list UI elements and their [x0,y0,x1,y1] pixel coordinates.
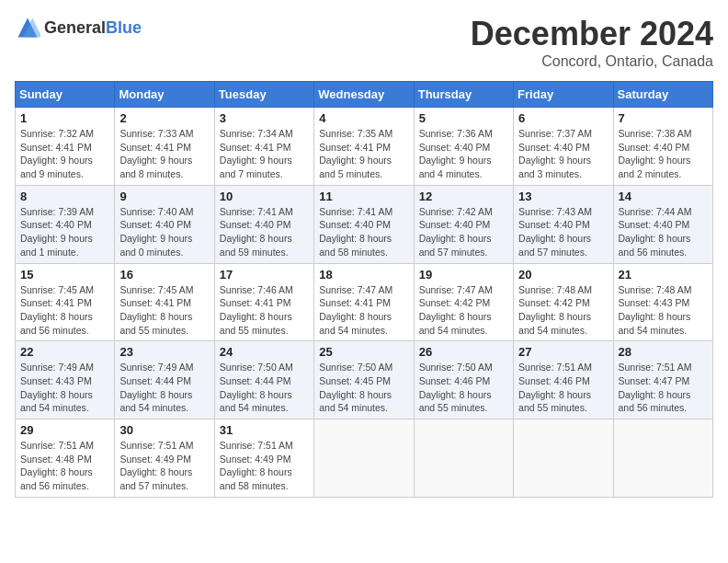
day-number: 26 [419,345,508,359]
day-info: Sunrise: 7:34 AM Sunset: 4:41 PM Dayligh… [220,127,309,181]
calendar-day-cell [314,419,414,498]
logo: GeneralBlue [15,15,142,40]
day-info: Sunrise: 7:41 AM Sunset: 4:40 PM Dayligh… [220,205,309,259]
day-number: 15 [20,268,109,282]
logo-blue-text: Blue [106,18,142,37]
calendar-day-cell: 1 Sunrise: 7:32 AM Sunset: 4:41 PM Dayli… [16,108,115,186]
day-number: 3 [220,111,309,125]
day-info: Sunrise: 7:40 AM Sunset: 4:40 PM Dayligh… [119,205,209,259]
day-info: Sunrise: 7:46 AM Sunset: 4:41 PM Dayligh… [220,283,309,338]
day-info: Sunrise: 7:51 AM Sunset: 4:46 PM Dayligh… [518,361,608,415]
calendar-week-row: 22 Sunrise: 7:49 AM Sunset: 4:43 PM Dayl… [16,341,713,419]
day-number: 8 [20,190,109,203]
calendar-week-row: 1 Sunrise: 7:32 AM Sunset: 4:41 PM Dayli… [16,108,713,186]
calendar-day-cell: 28 Sunrise: 7:51 AM Sunset: 4:47 PM Dayl… [613,341,712,419]
calendar-day-cell: 3 Sunrise: 7:34 AM Sunset: 4:41 PM Dayli… [214,108,313,186]
day-info: Sunrise: 7:43 AM Sunset: 4:40 PM Dayligh… [518,205,608,259]
day-info: Sunrise: 7:45 AM Sunset: 4:41 PM Dayligh… [119,283,209,338]
day-number: 12 [419,190,508,203]
day-number: 27 [518,345,608,359]
day-info: Sunrise: 7:51 AM Sunset: 4:49 PM Dayligh… [119,439,209,493]
day-number: 29 [20,423,109,437]
day-info: Sunrise: 7:33 AM Sunset: 4:41 PM Dayligh… [119,127,209,181]
day-info: Sunrise: 7:47 AM Sunset: 4:42 PM Dayligh… [419,283,508,338]
day-info: Sunrise: 7:37 AM Sunset: 4:40 PM Dayligh… [518,127,608,181]
calendar-day-cell: 16 Sunrise: 7:45 AM Sunset: 4:41 PM Dayl… [115,263,214,341]
calendar-day-cell: 2 Sunrise: 7:33 AM Sunset: 4:41 PM Dayli… [115,108,214,186]
day-number: 4 [319,111,408,125]
calendar-day-cell: 30 Sunrise: 7:51 AM Sunset: 4:49 PM Dayl… [115,419,214,498]
calendar-day-cell: 17 Sunrise: 7:46 AM Sunset: 4:41 PM Dayl… [214,263,313,341]
day-info: Sunrise: 7:50 AM Sunset: 4:46 PM Dayligh… [419,361,508,415]
calendar-week-row: 8 Sunrise: 7:39 AM Sunset: 4:40 PM Dayli… [16,185,713,263]
day-info: Sunrise: 7:39 AM Sunset: 4:40 PM Dayligh… [20,205,109,259]
day-info: Sunrise: 7:49 AM Sunset: 4:43 PM Dayligh… [20,361,109,415]
day-info: Sunrise: 7:51 AM Sunset: 4:48 PM Dayligh… [20,439,109,493]
day-number: 22 [20,345,109,359]
calendar-day-cell: 19 Sunrise: 7:47 AM Sunset: 4:42 PM Dayl… [414,263,513,341]
calendar-day-cell: 27 Sunrise: 7:51 AM Sunset: 4:46 PM Dayl… [514,341,613,419]
day-of-week-header: Monday [115,82,214,108]
calendar-day-cell: 29 Sunrise: 7:51 AM Sunset: 4:48 PM Dayl… [16,419,115,498]
calendar-day-cell: 21 Sunrise: 7:48 AM Sunset: 4:43 PM Dayl… [613,263,712,341]
calendar-table: SundayMondayTuesdayWednesdayThursdayFrid… [15,81,713,498]
day-info: Sunrise: 7:42 AM Sunset: 4:40 PM Dayligh… [419,205,508,259]
day-number: 25 [319,345,408,359]
day-of-week-header: Wednesday [314,82,414,108]
day-number: 20 [518,268,608,282]
day-info: Sunrise: 7:32 AM Sunset: 4:41 PM Dayligh… [20,127,109,181]
calendar-day-cell: 25 Sunrise: 7:50 AM Sunset: 4:45 PM Dayl… [314,341,414,419]
header: GeneralBlue December 2024 Concord, Ontar… [15,15,713,70]
logo-general-text: General [44,18,106,37]
calendar-day-cell: 4 Sunrise: 7:35 AM Sunset: 4:41 PM Dayli… [314,108,414,186]
day-info: Sunrise: 7:41 AM Sunset: 4:40 PM Dayligh… [319,205,408,259]
calendar-day-cell [613,419,712,498]
day-info: Sunrise: 7:36 AM Sunset: 4:40 PM Dayligh… [419,127,508,181]
calendar-day-cell: 6 Sunrise: 7:37 AM Sunset: 4:40 PM Dayli… [514,108,613,186]
logo-icon [15,15,40,40]
day-of-week-header: Saturday [613,82,712,108]
day-info: Sunrise: 7:50 AM Sunset: 4:45 PM Dayligh… [319,361,408,415]
calendar-day-cell: 20 Sunrise: 7:48 AM Sunset: 4:42 PM Dayl… [514,263,613,341]
day-number: 11 [319,190,408,203]
calendar-day-cell: 9 Sunrise: 7:40 AM Sunset: 4:40 PM Dayli… [115,185,214,263]
day-number: 30 [119,423,209,437]
calendar-week-row: 29 Sunrise: 7:51 AM Sunset: 4:48 PM Dayl… [16,419,713,498]
calendar-week-row: 15 Sunrise: 7:45 AM Sunset: 4:41 PM Dayl… [16,263,713,341]
calendar-day-cell: 23 Sunrise: 7:49 AM Sunset: 4:44 PM Dayl… [115,341,214,419]
day-number: 16 [119,268,209,282]
calendar-day-cell: 18 Sunrise: 7:47 AM Sunset: 4:41 PM Dayl… [314,263,414,341]
day-info: Sunrise: 7:49 AM Sunset: 4:44 PM Dayligh… [119,361,209,415]
day-info: Sunrise: 7:51 AM Sunset: 4:49 PM Dayligh… [220,439,309,493]
location-title: Concord, Ontario, Canada [471,53,713,70]
day-number: 18 [319,268,408,282]
day-of-week-header: Tuesday [214,82,313,108]
day-number: 7 [619,111,708,125]
day-info: Sunrise: 7:48 AM Sunset: 4:43 PM Dayligh… [619,283,708,338]
day-number: 10 [220,190,309,203]
calendar-day-cell: 13 Sunrise: 7:43 AM Sunset: 4:40 PM Dayl… [514,185,613,263]
calendar-day-cell [414,419,513,498]
calendar-day-cell: 7 Sunrise: 7:38 AM Sunset: 4:40 PM Dayli… [613,108,712,186]
calendar-header-row: SundayMondayTuesdayWednesdayThursdayFrid… [16,82,713,108]
day-info: Sunrise: 7:51 AM Sunset: 4:47 PM Dayligh… [619,361,708,415]
calendar-day-cell: 11 Sunrise: 7:41 AM Sunset: 4:40 PM Dayl… [314,185,414,263]
calendar-day-cell: 22 Sunrise: 7:49 AM Sunset: 4:43 PM Dayl… [16,341,115,419]
day-info: Sunrise: 7:38 AM Sunset: 4:40 PM Dayligh… [619,127,708,181]
day-number: 31 [220,423,309,437]
calendar-day-cell: 10 Sunrise: 7:41 AM Sunset: 4:40 PM Dayl… [214,185,313,263]
calendar-day-cell: 15 Sunrise: 7:45 AM Sunset: 4:41 PM Dayl… [16,263,115,341]
day-number: 23 [119,345,209,359]
calendar-day-cell: 14 Sunrise: 7:44 AM Sunset: 4:40 PM Dayl… [613,185,712,263]
day-number: 2 [119,111,209,125]
day-info: Sunrise: 7:50 AM Sunset: 4:44 PM Dayligh… [220,361,309,415]
day-number: 21 [619,268,708,282]
calendar-day-cell: 31 Sunrise: 7:51 AM Sunset: 4:49 PM Dayl… [214,419,313,498]
day-info: Sunrise: 7:44 AM Sunset: 4:40 PM Dayligh… [619,205,708,259]
calendar-day-cell: 5 Sunrise: 7:36 AM Sunset: 4:40 PM Dayli… [414,108,513,186]
day-of-week-header: Thursday [414,82,513,108]
calendar-day-cell: 24 Sunrise: 7:50 AM Sunset: 4:44 PM Dayl… [214,341,313,419]
day-number: 19 [419,268,508,282]
day-number: 17 [220,268,309,282]
calendar-day-cell: 8 Sunrise: 7:39 AM Sunset: 4:40 PM Dayli… [16,185,115,263]
